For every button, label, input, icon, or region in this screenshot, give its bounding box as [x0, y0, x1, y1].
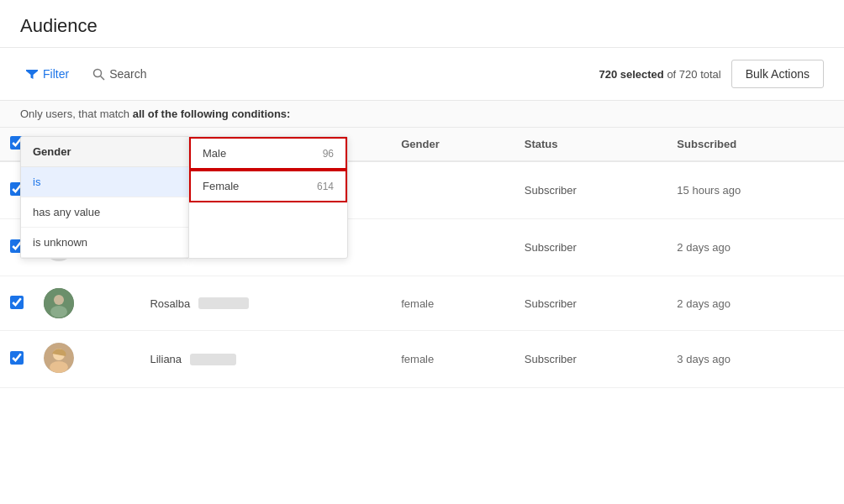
last-name-blurred	[190, 354, 236, 365]
col-gender: Gender	[391, 128, 514, 161]
svg-line-1	[101, 76, 105, 80]
col-subscribed: Subscribed	[667, 128, 844, 161]
search-icon	[92, 68, 105, 81]
selection-info: 720 selected of 720 total	[599, 68, 720, 81]
dropdown-item-is-unknown[interactable]: is unknown	[21, 228, 188, 258]
filter-text-bold: all of the following conditions:	[133, 108, 291, 120]
bulk-actions-button[interactable]: Bulk Actions	[731, 60, 824, 88]
row-checkbox[interactable]	[10, 296, 24, 309]
row-name-cell: Liliana	[140, 331, 391, 388]
dropdown-item-label: has any value	[33, 206, 100, 218]
dropdown-header: Gender	[21, 137, 188, 167]
row-gender-cell	[391, 161, 514, 219]
avatar-image	[44, 343, 74, 373]
filter-icon	[25, 67, 39, 81]
last-name-blurred	[198, 297, 249, 309]
row-name-cell: Rosalba	[140, 276, 391, 331]
row-status-cell: Subscriber	[514, 331, 667, 388]
filter-dropdown: Gender is has any value is unknown Male …	[20, 136, 348, 259]
total-count: 720 total	[679, 68, 721, 81]
row-status-cell: Subscriber	[514, 161, 667, 219]
table-row: Liliana female Subscriber 3 days ago	[0, 331, 844, 388]
col-status: Status	[514, 128, 667, 161]
name-container: Rosalba	[150, 297, 381, 310]
dropdown-option-male[interactable]: Male 96	[189, 137, 347, 170]
dropdown-option-female[interactable]: Female 614	[189, 170, 347, 202]
dropdown-item-is[interactable]: is	[21, 167, 188, 197]
first-name: Liliana	[150, 353, 182, 365]
row-checkbox-cell	[0, 331, 34, 388]
avatar-image	[44, 288, 74, 318]
row-avatar-cell	[34, 331, 140, 388]
toolbar-right: 720 selected of 720 total Bulk Actions	[599, 60, 824, 88]
page-title: Audience	[20, 15, 824, 37]
row-status-cell: Subscriber	[514, 276, 667, 331]
selection-of: of	[667, 68, 676, 81]
row-avatar-cell	[34, 276, 140, 331]
selected-count: 720 selected	[599, 68, 663, 81]
content-area: Name Gender Status Subscribed	[0, 128, 844, 388]
search-button[interactable]: Search	[87, 64, 151, 84]
dropdown-item-has-any-value[interactable]: has any value	[21, 197, 188, 228]
svg-point-4	[50, 306, 67, 318]
row-subscribed-cell: 15 hours ago	[667, 161, 844, 219]
filter-button[interactable]: Filter	[20, 64, 74, 84]
avatar	[44, 288, 74, 318]
dropdown-option-count: 96	[323, 148, 334, 160]
dropdown-item-label: is	[33, 176, 40, 188]
svg-point-0	[94, 69, 102, 76]
dropdown-option-count: 614	[317, 181, 334, 192]
svg-point-3	[54, 295, 64, 305]
row-status-cell: Subscriber	[514, 219, 667, 276]
dropdown-item-label: is unknown	[33, 236, 87, 249]
row-subscribed-cell: 3 days ago	[667, 331, 844, 388]
page-header: Audience	[0, 0, 844, 48]
row-gender-cell: female	[391, 331, 514, 388]
row-subscribed-cell: 2 days ago	[667, 219, 844, 276]
table-row: Rosalba female Subscriber 2 days ago	[0, 276, 844, 331]
filter-label: Filter	[43, 67, 69, 81]
toolbar: Filter Search 720 selected of 720 total …	[0, 48, 844, 101]
avatar	[44, 343, 74, 373]
dropdown-right-panel: Male 96 Female 614	[188, 136, 348, 259]
name-container: Liliana	[150, 353, 381, 365]
svg-point-7	[50, 361, 68, 373]
row-checkbox-cell	[0, 276, 34, 331]
toolbar-left: Filter Search	[20, 64, 585, 84]
first-name: Rosalba	[150, 297, 190, 310]
dropdown-option-label: Female	[203, 180, 239, 192]
dropdown-option-label: Male	[203, 147, 226, 160]
row-gender-cell: female	[391, 276, 514, 331]
dropdown-left-panel: Gender is has any value is unknown	[20, 136, 188, 259]
row-checkbox[interactable]	[10, 351, 24, 365]
row-gender-cell	[391, 219, 514, 276]
row-subscribed-cell: 2 days ago	[667, 276, 844, 331]
filter-bar: Only users, that match all of the follow…	[0, 101, 844, 128]
search-label: Search	[109, 67, 146, 81]
filter-text-prefix: Only users, that match	[20, 108, 133, 120]
